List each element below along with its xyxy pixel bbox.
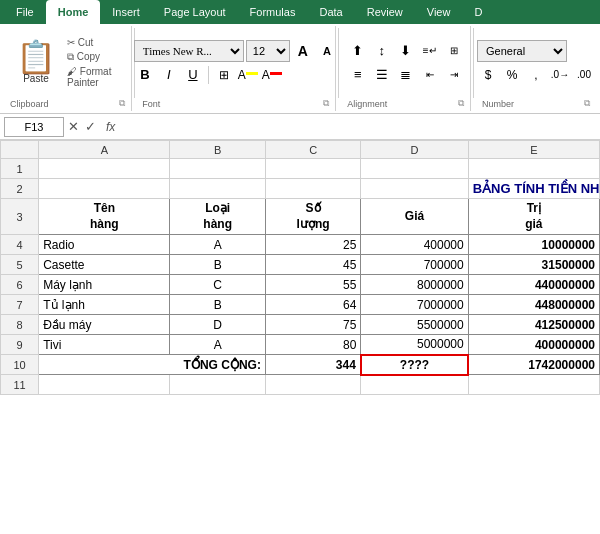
cell-a7[interactable]: Tủ lạnh	[39, 295, 170, 315]
cell-d8[interactable]: 5500000	[361, 315, 468, 335]
cell-c8[interactable]: 75	[265, 315, 360, 335]
cell-e6[interactable]: 440000000	[468, 275, 599, 295]
cell-c10[interactable]: 344	[265, 355, 360, 375]
tab-view[interactable]: View	[415, 0, 463, 24]
cell-c5[interactable]: 45	[265, 255, 360, 275]
col-header-d[interactable]: D	[361, 141, 468, 159]
cell-b2[interactable]	[170, 179, 265, 199]
paste-button[interactable]: 📋 Paste	[10, 37, 62, 88]
cell-e8[interactable]: 412500000	[468, 315, 599, 335]
align-right-button[interactable]: ≣	[395, 64, 417, 86]
cell-d6[interactable]: 8000000	[361, 275, 468, 295]
cell-c6[interactable]: 55	[265, 275, 360, 295]
tab-d[interactable]: D	[462, 0, 494, 24]
cell-d11[interactable]	[361, 375, 468, 395]
cell-d4[interactable]: 400000	[361, 235, 468, 255]
row-header-9[interactable]: 9	[1, 335, 39, 355]
cell-e2[interactable]: BẢNG TÍNH TIỀN NHẬP H	[468, 179, 599, 199]
format-painter-button[interactable]: 🖌 Format Painter	[64, 65, 125, 89]
wrap-text-button[interactable]: ≡↵	[419, 40, 441, 62]
tab-review[interactable]: Review	[355, 0, 415, 24]
fill-color-button[interactable]: A	[237, 64, 259, 86]
col-header-a[interactable]: A	[39, 141, 170, 159]
increase-indent-button[interactable]: ⇥	[443, 64, 465, 86]
cell-a11[interactable]	[39, 375, 170, 395]
cell-b3[interactable]: Loạihàng	[170, 199, 265, 235]
font-name-select[interactable]: Times New R...	[134, 40, 244, 62]
col-header-c[interactable]: C	[265, 141, 360, 159]
cell-d7[interactable]: 7000000	[361, 295, 468, 315]
cell-a3[interactable]: Tênhàng	[39, 199, 170, 235]
italic-button[interactable]: I	[158, 64, 180, 86]
number-expand-icon[interactable]: ⧉	[584, 98, 590, 109]
cell-e9[interactable]: 400000000	[468, 335, 599, 355]
comma-button[interactable]: ,	[525, 64, 547, 86]
cell-e5[interactable]: 31500000	[468, 255, 599, 275]
bold-button[interactable]: B	[134, 64, 156, 86]
font-shrink-button[interactable]: A	[316, 40, 338, 62]
cell-c1[interactable]	[265, 159, 360, 179]
cell-a4[interactable]: Radio	[39, 235, 170, 255]
row-header-3[interactable]: 3	[1, 199, 39, 235]
cell-b9[interactable]: A	[170, 335, 265, 355]
align-center-button[interactable]: ☰	[371, 64, 393, 86]
cell-b11[interactable]	[170, 375, 265, 395]
row-header-7[interactable]: 7	[1, 295, 39, 315]
cell-e4[interactable]: 10000000	[468, 235, 599, 255]
tab-file[interactable]: File	[4, 0, 46, 24]
cell-e3[interactable]: Trịgiá	[468, 199, 599, 235]
cell-c7[interactable]: 64	[265, 295, 360, 315]
clipboard-expand-icon[interactable]: ⧉	[119, 98, 125, 109]
row-header-6[interactable]: 6	[1, 275, 39, 295]
align-middle-button[interactable]: ↕	[371, 40, 393, 62]
cell-c4[interactable]: 25	[265, 235, 360, 255]
percent-button[interactable]: %	[501, 64, 523, 86]
cell-c3[interactable]: Sốlượng	[265, 199, 360, 235]
cell-a1[interactable]	[39, 159, 170, 179]
align-bottom-button[interactable]: ⬇	[395, 40, 417, 62]
cell-b7[interactable]: B	[170, 295, 265, 315]
cell-e7[interactable]: 448000000	[468, 295, 599, 315]
align-left-button[interactable]: ≡	[347, 64, 369, 86]
align-top-button[interactable]: ⬆	[347, 40, 369, 62]
cell-e1[interactable]	[468, 159, 599, 179]
cell-b8[interactable]: D	[170, 315, 265, 335]
row-header-11[interactable]: 11	[1, 375, 39, 395]
font-grow-button[interactable]: A	[292, 40, 314, 62]
row-header-4[interactable]: 4	[1, 235, 39, 255]
cut-button[interactable]: ✂ Cut	[64, 36, 125, 49]
confirm-formula-icon[interactable]: ✓	[85, 119, 96, 134]
tab-home[interactable]: Home	[46, 0, 101, 24]
fx-icon[interactable]: fx	[102, 120, 119, 134]
cell-e11[interactable]	[468, 375, 599, 395]
row-header-8[interactable]: 8	[1, 315, 39, 335]
number-format-select[interactable]: General	[477, 40, 567, 62]
cell-d2[interactable]	[361, 179, 468, 199]
cell-a6[interactable]: Máy lạnh	[39, 275, 170, 295]
cell-a9[interactable]: Tivi	[39, 335, 170, 355]
cell-e10[interactable]: 1742000000	[468, 355, 599, 375]
cancel-formula-icon[interactable]: ✕	[68, 119, 79, 134]
row-header-2[interactable]: 2	[1, 179, 39, 199]
alignment-expand-icon[interactable]: ⧉	[458, 98, 464, 109]
formula-input[interactable]	[123, 117, 596, 137]
cell-c2[interactable]	[265, 179, 360, 199]
cell-b1[interactable]	[170, 159, 265, 179]
cell-c11[interactable]	[265, 375, 360, 395]
tab-page-layout[interactable]: Page Layout	[152, 0, 238, 24]
row-header-10[interactable]: 10	[1, 355, 39, 375]
cell-d3[interactable]: Giá	[361, 199, 468, 235]
cell-a10[interactable]: TỔNG CỘNG:	[39, 355, 266, 375]
tab-formulas[interactable]: Formulas	[238, 0, 308, 24]
cell-b5[interactable]: B	[170, 255, 265, 275]
row-header-5[interactable]: 5	[1, 255, 39, 275]
merge-button[interactable]: ⊞	[443, 40, 465, 62]
decrease-decimal-button[interactable]: .00	[573, 64, 595, 86]
font-size-select[interactable]: 12	[246, 40, 290, 62]
tab-insert[interactable]: Insert	[100, 0, 152, 24]
cell-d1[interactable]	[361, 159, 468, 179]
font-expand-icon[interactable]: ⧉	[323, 98, 329, 109]
currency-button[interactable]: $	[477, 64, 499, 86]
cell-c9[interactable]: 80	[265, 335, 360, 355]
cell-d9[interactable]: 5000000	[361, 335, 468, 355]
